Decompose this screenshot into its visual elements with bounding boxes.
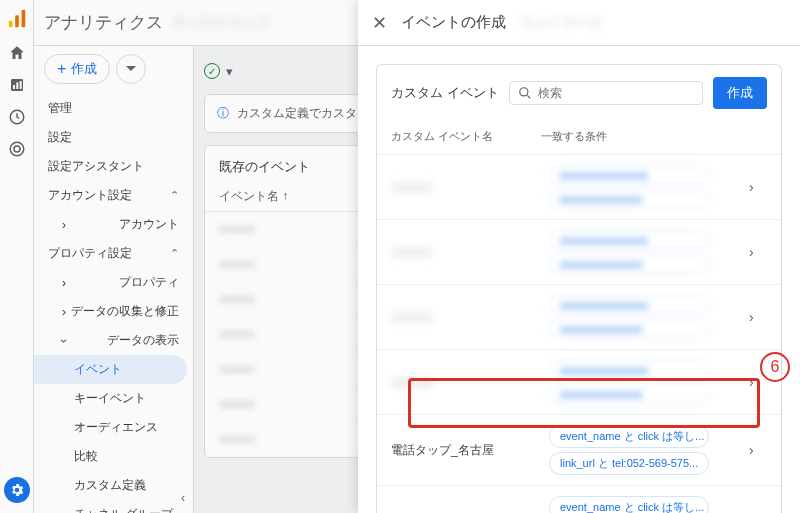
overlay-panel: ✕ イベントの作成 ウェブ データ カスタム イベント 作成 カスタム イベント…	[358, 0, 800, 513]
event-row[interactable]: xxxxxxxxxxxxxxxxxxxxxxxxxxxxxxxxxxxxxx›	[377, 349, 781, 414]
chevron-right-icon[interactable]: ›	[749, 309, 767, 325]
event-row[interactable]: xxxxxxxxxxxxxxxxxxxxxxxxxxxxxxxxxxxxxx›	[377, 219, 781, 284]
chevron-right-icon[interactable]: ›	[749, 179, 767, 195]
create-event-overlay: ✕ イベントの作成 ウェブ データ カスタム イベント 作成 カスタム イベント…	[0, 0, 800, 513]
search-box[interactable]	[509, 81, 703, 105]
condition-chip: event_name と click は等し...	[549, 425, 709, 448]
event-row-nagoya[interactable]: 電話タップ_名古屋 event_name と click は等し...link_…	[377, 414, 781, 485]
card-label: カスタム イベント	[391, 84, 499, 102]
event-row[interactable]: xxxxxxxxxxxxxxxxxxxxxxxxxxxxxxxxxxxxxx›	[377, 154, 781, 219]
close-icon[interactable]: ✕	[372, 12, 387, 34]
search-input[interactable]	[538, 86, 694, 100]
custom-events-card: カスタム イベント 作成 カスタム イベント名 一致する条件 xxxxxxxxx…	[376, 64, 782, 513]
col-conditions: 一致する条件	[541, 129, 749, 144]
create-event-button[interactable]: 作成	[713, 77, 767, 109]
event-row[interactable]: xxxxxxxxxxxxxxxxxxxxxxxxxxxxxxxxxxxxxx›	[377, 284, 781, 349]
overlay-subtitle: ウェブ データ	[520, 14, 602, 32]
col-event-name: カスタム イベント名	[391, 129, 541, 144]
overlay-backdrop[interactable]	[0, 0, 358, 513]
overlay-title: イベントの作成	[401, 13, 506, 32]
chevron-right-icon[interactable]: ›	[749, 244, 767, 260]
chevron-right-icon[interactable]: ›	[749, 442, 767, 458]
event-name: 電話タップ_名古屋	[391, 442, 541, 459]
svg-point-11	[519, 88, 527, 96]
search-icon	[518, 86, 532, 100]
condition-chip: event_name と click は等し...	[549, 496, 709, 513]
chevron-right-icon[interactable]: ›	[749, 374, 767, 390]
condition-chip: link_url と tel:052-569-575...	[549, 452, 709, 475]
event-row-tokyo[interactable]: 電話タップ_東京 event_name と click は等し...link_u…	[377, 485, 781, 513]
